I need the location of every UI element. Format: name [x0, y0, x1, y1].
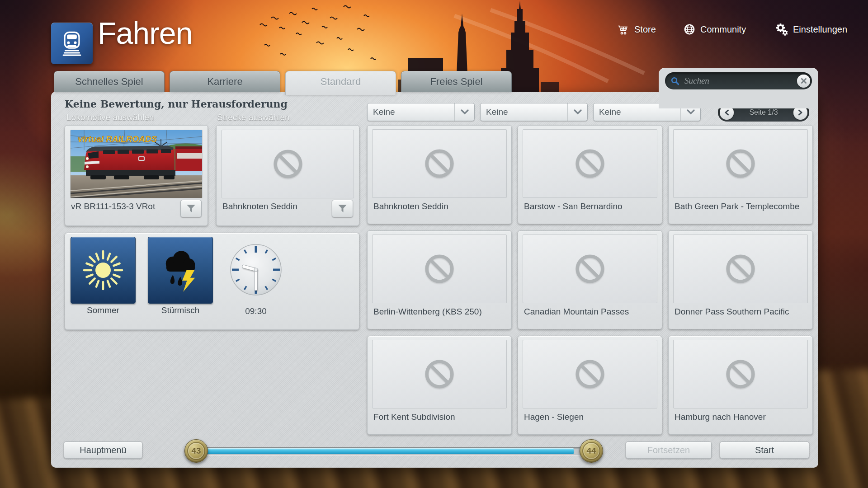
route-thumbnail	[673, 235, 808, 303]
filter-dropdown-2[interactable]: Keine	[480, 103, 588, 121]
search-box[interactable]	[665, 72, 812, 89]
rating-slider-fill	[200, 448, 574, 454]
no-entry-icon	[424, 359, 455, 389]
route-card[interactable]: Donner Pass Southern Pacific	[668, 230, 813, 329]
route-card[interactable]: Bahnknoten Seddin	[367, 125, 512, 224]
loco-section-label: Lokomotive auswählen	[66, 113, 154, 122]
settings-button[interactable]: Einstellungen	[776, 23, 847, 36]
chevron-left-icon	[724, 109, 729, 116]
close-icon	[801, 78, 807, 84]
route-card[interactable]: Hamburg nach Hanover	[668, 336, 813, 435]
selected-route-name: Bahnknoten Seddin	[222, 202, 297, 211]
settings-label: Einstellungen	[793, 24, 847, 35]
weather-tile[interactable]	[148, 237, 213, 304]
no-entry-icon	[575, 359, 605, 389]
loco-brand-text: virtual RAILROADS	[78, 134, 157, 144]
route-card[interactable]: Bath Green Park - Templecombe	[668, 125, 813, 224]
gears-icon	[776, 23, 788, 36]
locomotive-image: virtual RAILROADS	[71, 130, 203, 198]
clock-icon	[229, 243, 283, 296]
no-entry-icon	[725, 148, 756, 179]
fahren-screen: Fahren Store Community	[0, 0, 868, 488]
filter-dropdown-1[interactable]: Keine	[367, 103, 475, 121]
season-tile[interactable]	[71, 237, 136, 304]
route-thumbnail	[372, 129, 507, 198]
bird-flock	[260, 6, 376, 60]
locomotive-thumbnail: virtual RAILROADS	[70, 130, 203, 198]
main-panel: Keine Bewertung, nur Herausforderung Lok…	[51, 92, 818, 468]
community-button[interactable]: Community	[684, 23, 746, 36]
route-name: Bath Green Park - Templecombe	[675, 202, 799, 211]
slider-handle-max[interactable]: 44	[580, 439, 603, 463]
weather-label: Stürmisch	[148, 305, 213, 315]
filter-icon	[186, 204, 196, 213]
chevron-right-icon	[798, 109, 803, 116]
no-entry-icon	[273, 149, 303, 179]
route-thumbnail	[523, 340, 657, 408]
route-thumbnail	[523, 129, 657, 198]
page-indicator: Seite 1/3	[749, 108, 778, 117]
route-thumbnail	[673, 129, 808, 198]
search-input[interactable]	[684, 75, 797, 86]
no-entry-icon	[424, 253, 455, 284]
route-card[interactable]: Fort Kent Subdivision	[367, 336, 512, 435]
time-clock[interactable]	[229, 243, 283, 296]
route-thumbnail	[523, 235, 657, 303]
no-entry-icon	[575, 253, 605, 284]
chevron-down-icon	[567, 103, 587, 121]
no-entry-icon	[725, 253, 756, 284]
selected-locomotive-name: vR BR111-153-3 VRot	[71, 202, 155, 211]
train-icon	[59, 30, 85, 56]
tab-standard[interactable]: Standard	[285, 71, 396, 95]
store-label: Store	[634, 24, 656, 35]
route-name: Donner Pass Southern Pacific	[675, 307, 789, 317]
slider-handle-min[interactable]: 43	[184, 439, 208, 463]
route-card[interactable]: Barstow - San Bernardino	[518, 125, 662, 224]
medal-max-value: 44	[586, 446, 596, 456]
route-name: Canadian Mountain Passes	[524, 307, 629, 317]
tab-karriere[interactable]: Karriere	[170, 71, 280, 92]
route-name: Bahnknoten Seddin	[373, 202, 448, 211]
route-name: Berlin-Wittenberg (KBS 250)	[373, 307, 482, 317]
selected-route-card[interactable]: Bahnknoten Seddin	[216, 125, 359, 226]
no-entry-icon	[424, 148, 455, 179]
route-name: Fort Kent Subdivision	[373, 412, 455, 422]
route-thumbnail	[673, 340, 808, 408]
route-name: Hamburg nach Hanover	[675, 412, 766, 422]
filter-dropdown-3-value: Keine	[594, 107, 680, 117]
selected-locomotive-card[interactable]: virtual RAILROADS vR BR111-153-3 VRot	[65, 125, 208, 226]
scenario-subtitle: Keine Bewertung, nur Herausforderung	[65, 98, 288, 110]
tab-schnelles-spiel[interactable]: Schnelles Spiel	[54, 71, 165, 92]
conditions-card: Sommer Stürmisch	[65, 233, 359, 330]
route-thumbnail	[222, 130, 354, 198]
route-thumbnail	[372, 340, 507, 408]
route-section-label: Strecke auswählen	[217, 113, 290, 122]
community-label: Community	[700, 24, 746, 35]
medal-min-value: 43	[191, 446, 201, 456]
no-entry-icon	[575, 148, 605, 179]
route-filter-button[interactable]	[332, 200, 353, 217]
sun-icon	[80, 248, 126, 293]
resume-button[interactable]: Fortsetzen	[626, 441, 712, 459]
filter-dropdown-2-value: Keine	[481, 107, 567, 117]
route-thumbnail	[372, 235, 507, 303]
route-card[interactable]: Canadian Mountain Passes	[518, 230, 662, 329]
app-logo	[51, 23, 93, 64]
locomotive-filter-button[interactable]	[180, 200, 202, 217]
main-menu-button[interactable]: Hauptmenü	[64, 441, 142, 459]
store-button[interactable]: Store	[618, 23, 656, 36]
filter-dropdown-1-value: Keine	[368, 107, 454, 117]
time-label: 09:30	[229, 306, 283, 316]
tab-freies-spiel[interactable]: Freies Spiel	[401, 71, 512, 92]
season-label: Sommer	[71, 305, 136, 315]
cart-icon	[618, 24, 629, 35]
clear-search-button[interactable]	[797, 75, 810, 88]
start-button[interactable]: Start	[720, 441, 809, 459]
route-card[interactable]: Berlin-Wittenberg (KBS 250)	[367, 230, 512, 329]
page-title: Fahren	[98, 15, 192, 51]
route-name: Hagen - Siegen	[524, 412, 584, 422]
storm-icon	[157, 247, 204, 294]
no-entry-icon	[725, 359, 756, 389]
route-card[interactable]: Hagen - Siegen	[518, 336, 662, 435]
chevron-down-icon	[454, 103, 474, 121]
